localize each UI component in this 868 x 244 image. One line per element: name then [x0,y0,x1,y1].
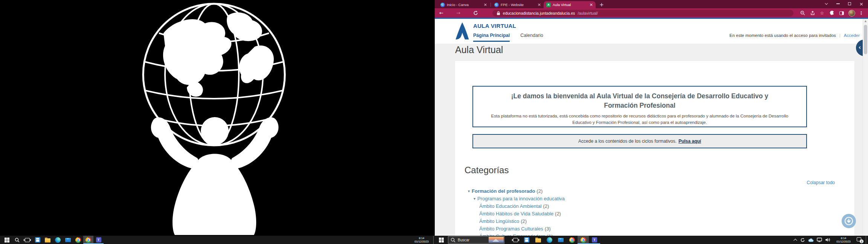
category-count: (2) [521,218,527,224]
tab-aula-virtual-active[interactable]: A Aula Virtual × [544,1,596,8]
scrollbar-thumb[interactable] [864,25,867,54]
cta-link[interactable]: Pulsa aquí [679,139,701,144]
store-icon [524,237,529,242]
side-panel-icon[interactable] [839,11,845,15]
page-scrollbar[interactable]: ▲ [863,19,868,236]
scrollbar-up-icon[interactable]: ▲ [863,20,868,23]
task-view-button[interactable] [22,236,32,244]
sync-tray-icon[interactable] [800,238,805,242]
tab-title: Inicio - Canva [447,3,482,7]
chrome-button[interactable] [73,236,83,244]
window-controls: × [826,0,863,8]
edge-button[interactable] [53,236,63,244]
share-icon[interactable] [809,11,815,15]
tab-search-chevron-icon[interactable] [825,2,828,5]
display-tray-icon[interactable] [817,238,822,242]
tray-expand-icon[interactable] [793,238,797,242]
taskbar-clock[interactable]: 8:14 01/12/2023 [833,236,854,243]
tree-row: Ámbito Educación Ambiental (2) [455,202,854,210]
nav-calendario[interactable]: Calendario [520,33,543,42]
search-highlight-image[interactable] [489,237,504,243]
file-explorer-button[interactable] [532,236,544,244]
site-title[interactable]: AULA VIRTUAL [473,23,516,29]
mail-icon [65,238,71,242]
microsoft-store-button[interactable] [32,236,43,244]
action-center-icon[interactable]: 2 [857,237,863,242]
chrome-active-button[interactable] [83,236,93,244]
taskbar-clock[interactable]: 8:14 01/12/2023 [410,236,433,243]
edge-button[interactable] [544,236,555,244]
category-link[interactable]: Ámbito Hábitos de Vida Saludable [479,211,553,217]
collapse-caret-icon[interactable]: ▾ [468,189,470,193]
show-desktop-button[interactable] [866,236,867,244]
task-view-icon [513,238,518,242]
new-tab-button[interactable]: + [599,2,604,7]
chrome-button[interactable] [566,236,578,244]
extensions-puzzle-icon[interactable] [829,11,835,15]
guest-access-row: En este momento está usando el acceso pa… [729,33,860,38]
page-title: Aula Virtual [455,44,503,55]
url-path: /aulavirtual/ [578,11,598,15]
chrome-active-button[interactable] [578,236,589,244]
collapse-caret-icon[interactable]: ▾ [474,197,475,201]
taskbar-search-box[interactable]: Buscar [448,236,504,244]
restore-icon[interactable] [848,2,851,5]
close-tab-icon[interactable]: × [538,3,541,7]
category-link[interactable]: Ámbito Lingüístico [479,218,519,224]
chrome-icon [75,237,81,243]
teams-button[interactable]: T [93,236,104,244]
store-icon [35,237,40,242]
windows-start-icon [5,238,9,242]
mail-button[interactable] [555,236,566,244]
tree-row: Ámbito Cultura Emprendedora (1) [455,232,854,236]
close-tab-icon[interactable]: × [484,3,487,7]
onedrive-cloud-icon[interactable] [808,238,814,242]
windows-start-button[interactable] [2,236,12,244]
profile-avatar[interactable] [848,10,855,17]
nav-pagina-principal[interactable]: Página Principal [473,33,510,42]
clock-time: 8:14 [833,236,854,240]
cta-text: Accede a los contenidos de los ciclos fo… [578,139,677,144]
search-icon [15,238,20,242]
browser-menu-icon[interactable]: ⋮ [859,11,863,16]
forward-icon[interactable]: → [456,11,460,15]
file-explorer-button[interactable] [43,236,53,244]
microsoft-store-button[interactable] [521,236,532,244]
category-link[interactable]: Programas para la innovación educativa [477,196,565,201]
close-window-icon[interactable]: × [859,2,863,6]
clock-date: 01/12/2023 [410,240,433,243]
taskbar-left: T 8:14 01/12/2023 [0,236,435,244]
zoom-icon[interactable] [799,11,805,15]
mail-button[interactable] [63,236,73,244]
teams-button[interactable]: T [589,236,600,244]
chrome-icon [569,237,575,243]
notification-badge: 2 [860,239,863,243]
lock-icon [497,11,500,15]
windows-start-button[interactable] [436,236,446,244]
junta-andalucia-logo[interactable] [455,21,469,41]
url-bar[interactable]: educacionadistancia.juntadeandalucia.es/… [492,10,793,17]
task-view-button[interactable] [510,236,521,244]
side-panel-glyph [839,11,844,15]
close-tab-icon[interactable]: × [590,3,593,7]
category-count: (2) [555,211,561,217]
aula-virtual-favicon-icon: A [546,3,551,7]
dual-monitor-screen: T 8:14 01/12/2023 C Inicio - Canva × C F… [0,0,868,244]
back-icon[interactable]: ← [439,11,443,15]
categories-heading: Categorías [465,165,509,175]
category-link[interactable]: Ámbito Programas Culturales [479,226,543,232]
tree-row: Ámbito Lingüístico (2) [455,217,854,225]
reload-icon[interactable] [473,11,478,15]
bookmark-star-icon[interactable]: ☆ [819,11,825,16]
scroll-down-button[interactable] [842,214,856,228]
category-link[interactable]: Ámbito Educación Ambiental [479,203,541,209]
login-link[interactable]: Acceder [844,33,860,38]
tab-inicio-canva[interactable]: C Inicio - Canva × [438,1,490,8]
category-link[interactable]: Formación del profesorado [472,188,535,194]
clock-date: 01/12/2023 [833,240,854,243]
minimize-icon[interactable] [836,3,840,4]
tab-fpe-website[interactable]: C FPE - Website × [492,1,544,8]
volume-icon[interactable] [825,238,830,242]
collapse-all-link[interactable]: Colapsar todo [807,180,835,185]
taskbar-search-button[interactable] [12,236,22,244]
